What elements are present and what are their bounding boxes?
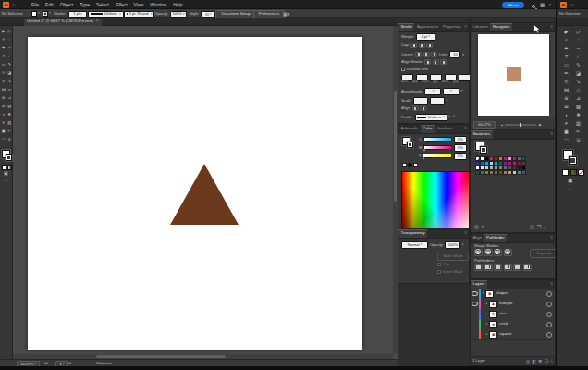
panel-menu-icon[interactable]: ≡ [550, 282, 553, 286]
cyan-slider[interactable] [423, 137, 453, 142]
tab-swatches[interactable]: Swatches [471, 130, 493, 139]
trim-button[interactable] [484, 264, 493, 271]
color-swatch[interactable] [521, 170, 526, 175]
scale-end-field[interactable] [430, 97, 445, 105]
align-outside-button[interactable] [440, 59, 447, 65]
layer-row-square[interactable]: ▸ ■ square [471, 329, 555, 340]
gradient-mode-icon[interactable] [7, 165, 13, 170]
curvature-tool-icon[interactable]: ∼ [6, 44, 13, 53]
direct-selection-tool-icon[interactable]: ▷ [6, 28, 13, 36]
rotate-tool-icon[interactable]: ↻ [560, 78, 572, 86]
layer-name[interactable]: star [499, 312, 506, 315]
lasso-tool-icon[interactable]: ◌ [572, 36, 584, 44]
delete-swatch-icon[interactable]: − [544, 224, 546, 229]
free-transform-tool-icon[interactable]: ▱ [572, 86, 584, 94]
target-circle-icon[interactable] [546, 332, 552, 338]
artboard-tool-icon[interactable]: ▣ [560, 128, 572, 136]
navigator-zoom-field[interactable]: 66.67% [473, 121, 496, 129]
bevel-join-button[interactable] [431, 52, 437, 57]
tab-gradient[interactable]: Gradient [435, 125, 454, 133]
perspective-grid-tool-icon[interactable]: ⊿ [572, 94, 584, 103]
panel-menu-icon[interactable]: ≡ [464, 127, 467, 130]
direct-selection-tool-icon[interactable]: ▷ [572, 28, 584, 36]
clip-checkbox[interactable] [437, 263, 441, 266]
transparency-opacity-field[interactable]: 100% [445, 241, 460, 249]
column-graph-tool-icon[interactable]: ▥ [572, 119, 584, 128]
panel-menu-icon[interactable]: ≡ [550, 25, 553, 29]
pencil-tool-icon[interactable]: ✏ [560, 69, 572, 78]
none-color-swatch[interactable] [402, 163, 407, 167]
tab-appearance[interactable]: Appearance [414, 23, 440, 31]
arrowhead-end-dropdown[interactable]: ▾ [443, 88, 459, 95]
menu-item[interactable]: Edit [45, 2, 54, 7]
column-graph-tool-icon[interactable]: ▥ [6, 119, 13, 128]
target-circle-icon[interactable] [546, 312, 552, 317]
slice-tool-icon[interactable]: ✄ [572, 128, 584, 136]
arrowhead-start-dropdown[interactable]: ▾ [424, 88, 441, 95]
zoom-in-icon[interactable]: ▲ [538, 122, 543, 127]
target-circle-icon[interactable] [546, 291, 552, 297]
gradient-tool-icon[interactable]: ▨ [572, 103, 584, 111]
divide-button[interactable] [474, 264, 483, 271]
stroke-proxy-swatch[interactable] [569, 156, 577, 165]
magic-wand-tool-icon[interactable]: ✧ [560, 36, 572, 44]
weight-field[interactable]: 1 pt▾ [416, 33, 435, 41]
style-dropdown[interactable]: ▾ [201, 11, 215, 18]
opacity-chevron-icon[interactable]: ▸ [462, 243, 464, 246]
scale-start-field[interactable] [413, 97, 428, 105]
crop-button[interactable] [504, 264, 512, 271]
symbol-sprayer-tool-icon[interactable]: ✳ [560, 119, 572, 128]
arrange-documents-icon[interactable]: ▦ [540, 2, 545, 8]
tab-layers[interactable]: Layers [471, 280, 487, 289]
workspace-switcher-icon[interactable]: ▦▾ [283, 11, 289, 17]
menu-item[interactable]: Select [96, 2, 109, 7]
menu-item[interactable]: Window [150, 2, 166, 7]
panel-menu-icon[interactable]: ≡ [464, 231, 467, 235]
app-logo[interactable]: Ai [3, 2, 9, 8]
unite-button[interactable] [474, 249, 483, 256]
workspace-chevron-icon[interactable]: ▾ [549, 4, 551, 6]
profile-dropdown[interactable]: Uniform▾ [415, 114, 447, 121]
target-circle-icon[interactable] [546, 322, 552, 327]
pen-tool-icon[interactable]: ✒ [560, 44, 572, 53]
next-artboard-icon[interactable]: ▸▸ [68, 362, 71, 364]
color-mode-icon[interactable] [2, 165, 7, 170]
limit-field[interactable]: 10 [449, 51, 460, 58]
layer-name[interactable]: shapes [496, 291, 508, 295]
stroke-proxy-swatch[interactable] [6, 154, 12, 161]
blend-tool-icon[interactable]: ❖ [572, 111, 584, 119]
round-join-button[interactable] [423, 52, 430, 57]
paintbrush-tool-icon[interactable]: ✎ [572, 61, 584, 69]
brush-definition-dropdown[interactable]: 5 pt. Round▾ [124, 11, 154, 18]
visibility-eye-icon[interactable] [472, 291, 478, 297]
fill-color-swatch[interactable] [31, 11, 37, 17]
new-swatch-icon[interactable]: ❐ [537, 224, 541, 229]
horizontal-scroll-thumb[interactable] [96, 355, 226, 358]
arrow-align-end-button[interactable] [420, 105, 426, 111]
free-transform-tool-icon[interactable]: ▱ [6, 86, 13, 94]
exclude-button[interactable] [504, 249, 512, 256]
yellow-value-field[interactable]: 0% [454, 153, 467, 160]
rectangle-tool-icon[interactable]: ▭ [560, 61, 572, 69]
black-color-swatch[interactable] [408, 163, 412, 167]
navigator-zoom-slider[interactable] [505, 124, 536, 126]
eraser-tool-icon[interactable]: ◪ [572, 69, 584, 78]
layer-thumbnail[interactable]: ▲ [489, 301, 497, 308]
perspective-grid-tool-icon[interactable]: ⊿ [6, 94, 13, 103]
gradient-mode-icon[interactable] [570, 169, 577, 176]
zoom-tool-icon[interactable]: ⊙ [6, 136, 13, 144]
make-mask-button[interactable]: Make Mask [437, 253, 469, 261]
lasso-tool-icon[interactable]: ◌ [6, 36, 13, 44]
magenta-value-field[interactable]: 0% [454, 144, 467, 152]
magenta-slider[interactable] [423, 145, 453, 150]
menu-item[interactable]: File [31, 2, 39, 7]
layer-thumbnail[interactable]: ● [489, 321, 497, 328]
stroke-color-swatch[interactable] [43, 11, 48, 17]
tab-close-icon[interactable]: × [96, 19, 99, 24]
flip-across-icon[interactable]: ⇅ [452, 116, 455, 118]
color-spectrum[interactable] [401, 171, 470, 228]
eraser-tool-icon[interactable]: ◪ [6, 69, 13, 78]
miter-join-button[interactable] [415, 52, 422, 57]
color-mode-icon[interactable] [562, 169, 569, 176]
swap-arrowheads-icon[interactable]: ⇄ [460, 90, 463, 92]
